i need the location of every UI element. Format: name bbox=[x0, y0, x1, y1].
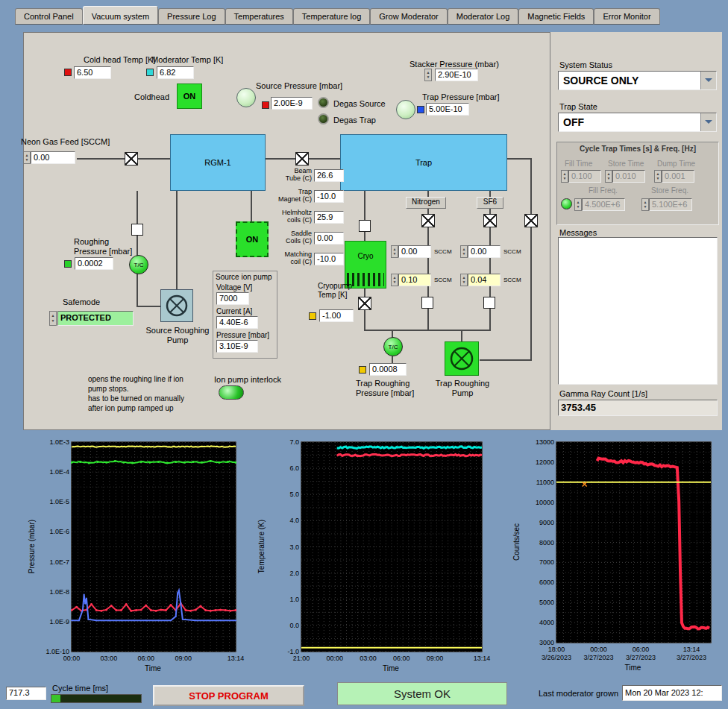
cycle-time-progress-fill bbox=[51, 695, 60, 702]
temperature-graph-ylabel: Temperature (K) bbox=[257, 441, 267, 651]
pipe bbox=[77, 158, 170, 160]
counts-graph-tick: 3/27/2023 bbox=[578, 654, 618, 661]
cryopump-temp-value: -1.00 bbox=[319, 309, 354, 322]
roughing-pressure-label: Roughing Pressure [mbar] bbox=[74, 237, 132, 256]
pressure-graph-tick: 1.0E-6 bbox=[40, 528, 69, 535]
ion-pump-on-button[interactable]: ON bbox=[236, 221, 269, 257]
trap-pressure-value: 5.00E-10 bbox=[426, 103, 469, 116]
tab-temperatures[interactable]: Temperatures bbox=[225, 8, 293, 25]
system-ok-indicator: System OK bbox=[337, 682, 507, 705]
cryo-comb-icon bbox=[347, 273, 384, 286]
pipe bbox=[530, 159, 532, 361]
fill-time-label: Fill Time bbox=[565, 160, 592, 168]
sf6-flow-spinner[interactable] bbox=[460, 245, 468, 258]
valve-n2-line-icon bbox=[421, 297, 433, 309]
counts-graph-tick: 8000 bbox=[524, 539, 554, 546]
n2-flow-readback: 0.00 bbox=[398, 245, 431, 258]
system-status-label: System Status bbox=[559, 60, 612, 69]
tab-control-panel[interactable]: Control Panel bbox=[15, 8, 83, 25]
saddle-coils-label: Saddle Coils (C) bbox=[276, 230, 312, 245]
sf6-setpoint-input[interactable]: 0.04 bbox=[468, 274, 501, 286]
counts-graph-tick: 06:00 bbox=[622, 646, 659, 653]
roughing-pressure-led bbox=[64, 260, 72, 268]
fill-freq-input[interactable]: 4.500E+6 bbox=[582, 198, 625, 211]
trap-roughing-pressure-label: Trap Roughing Pressure [mbar] bbox=[356, 379, 414, 398]
degas-trap-button[interactable] bbox=[318, 113, 329, 125]
chevron-down-icon[interactable] bbox=[700, 113, 716, 131]
store-freq-spinner[interactable] bbox=[641, 198, 649, 211]
tab-grow-moderator[interactable]: Grow Moderator bbox=[370, 8, 447, 25]
stop-program-button[interactable]: STOP PROGRAM bbox=[153, 685, 304, 706]
current-value: 4.40E-6 bbox=[216, 316, 258, 329]
system-status-dropdown[interactable]: SOURCE ONLY bbox=[558, 71, 717, 90]
temperature-graph-tick: 0.0 bbox=[269, 622, 299, 629]
counts-graph-tick: 10000 bbox=[524, 499, 554, 506]
trap-magnet-label: Trap Magnet (C) bbox=[276, 188, 312, 203]
safemode-spinner[interactable] bbox=[49, 311, 57, 326]
cold-head-led bbox=[64, 69, 72, 76]
source-roughing-pump[interactable] bbox=[160, 289, 193, 322]
messages-box bbox=[558, 237, 718, 385]
pipe bbox=[489, 227, 491, 297]
store-freq-input[interactable]: 5.100E+6 bbox=[649, 198, 692, 211]
temperature-graph-tick: 09:00 bbox=[416, 655, 454, 662]
tab-moderator-log[interactable]: Moderator Log bbox=[448, 8, 519, 25]
moderator-temp-label: Moderator Temp [K] bbox=[151, 55, 223, 64]
pipe bbox=[507, 158, 532, 160]
coldhead-label: Coldhead bbox=[134, 92, 169, 101]
fill-time-spinner[interactable] bbox=[561, 170, 568, 183]
pressure-graph-tick: 03:00 bbox=[90, 655, 128, 662]
store-time-input[interactable]: 0.010 bbox=[612, 170, 645, 183]
tab-temperature-log[interactable]: Temperature log bbox=[293, 8, 371, 25]
tab-vacuum-system[interactable]: Vacuum system bbox=[83, 6, 158, 25]
trap-roughing-pressure-value: 0.0008 bbox=[369, 363, 407, 376]
counts-graph-tick: 5000 bbox=[524, 599, 554, 606]
dump-time-spinner[interactable] bbox=[654, 170, 662, 183]
valve-rgm-trap-icon bbox=[295, 152, 309, 166]
trap-state-dropdown[interactable]: OFF bbox=[558, 113, 717, 132]
valve-neon-feed-icon bbox=[125, 152, 138, 166]
coldhead-state: ON bbox=[183, 92, 196, 101]
valve-sf6-icon bbox=[483, 214, 497, 227]
saddle-coils-value: 0.00 bbox=[314, 232, 344, 245]
neon-feed-input[interactable]: 0.00 bbox=[31, 151, 75, 164]
n2-flow-spinner[interactable] bbox=[391, 245, 398, 258]
n2-setpoint-spinner[interactable] bbox=[391, 274, 398, 286]
store-time-spinner[interactable] bbox=[605, 170, 612, 183]
ion-pump-interlock-switch[interactable] bbox=[219, 385, 244, 400]
neon-feed-spinner[interactable] bbox=[23, 151, 31, 164]
fill-time-input[interactable]: 0.100 bbox=[568, 170, 601, 183]
cycle-time-label: Cycle time [ms] bbox=[52, 684, 108, 693]
sf6-setpoint-spinner[interactable] bbox=[460, 274, 468, 286]
pipe bbox=[364, 191, 365, 241]
chevron-down-icon[interactable] bbox=[700, 72, 716, 89]
last-moderator-grown-value: Mon 20 Mar 2023 12: bbox=[622, 685, 722, 701]
pressure-graph-tick: 13:14 bbox=[217, 655, 254, 662]
trap-state-value: OFF bbox=[563, 116, 584, 128]
stacker-pressure-spinner[interactable] bbox=[424, 69, 432, 81]
counts-graph-tick: 00:00 bbox=[580, 646, 617, 653]
trap-magnet-value: -10.0 bbox=[314, 190, 344, 203]
coldhead-on-button[interactable]: ON bbox=[177, 83, 202, 109]
trap-pressure-gauge-icon bbox=[396, 100, 415, 119]
tc-label: T/C bbox=[134, 262, 144, 268]
tab-error-monitor[interactable]: Error Monitor bbox=[594, 8, 659, 25]
dump-time-input[interactable]: 0.001 bbox=[662, 170, 694, 183]
voltage-value: 7000 bbox=[216, 292, 249, 305]
trap-roughing-pump[interactable] bbox=[445, 341, 479, 376]
n2-setpoint-input[interactable]: 0.10 bbox=[398, 274, 431, 286]
temperature-graph-tick: 03:00 bbox=[349, 655, 386, 662]
store-freq-label: Store Freq. bbox=[651, 186, 688, 195]
degas-source-button[interactable] bbox=[318, 97, 329, 108]
safemode-selector[interactable]: PROTECTED bbox=[57, 311, 134, 326]
roughing-pressure-value: 0.0002 bbox=[75, 257, 113, 270]
cycle-trap-frame: Cycle Trap Times [s] & Freq. [Hz] Fill T… bbox=[556, 142, 719, 225]
trap-pressure-led bbox=[417, 106, 424, 113]
moderator-temp-value: 6.82 bbox=[157, 66, 194, 79]
gamma-count-label: Gamma Ray Count [1/s] bbox=[559, 389, 647, 398]
fill-freq-spinner[interactable] bbox=[574, 198, 582, 211]
temperature-graph-tick: 6.0 bbox=[269, 464, 299, 472]
tab-pressure-log[interactable]: Pressure Log bbox=[158, 8, 225, 25]
beam-tube-value: 26.6 bbox=[314, 169, 344, 182]
tab-magnetic-fields[interactable]: Magnetic Fields bbox=[518, 8, 594, 25]
